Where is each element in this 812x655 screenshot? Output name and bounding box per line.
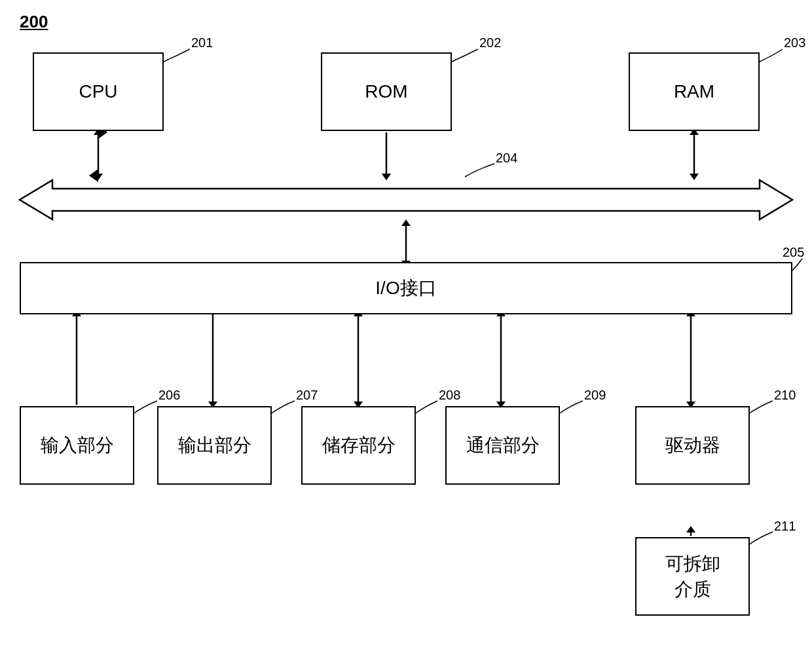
svg-text:208: 208: [439, 388, 460, 402]
svg-text:209: 209: [584, 388, 606, 402]
svg-marker-21: [382, 174, 391, 180]
ram-box: RAM: [629, 52, 760, 131]
driver-box: 驱动器: [635, 406, 750, 485]
output-box: 输出部分: [157, 406, 272, 485]
svg-marker-19: [382, 174, 386, 180]
comm-label: 通信部分: [466, 433, 540, 458]
svg-marker-20: [386, 174, 391, 180]
output-label: 输出部分: [178, 433, 251, 458]
svg-text:205: 205: [783, 245, 804, 259]
svg-text:201: 201: [191, 35, 213, 50]
io-label: I/O接口: [375, 276, 436, 301]
comm-box: 通信部分: [445, 406, 560, 485]
svg-rect-44: [39, 186, 773, 214]
ram-label: RAM: [674, 81, 714, 102]
svg-text:206: 206: [158, 388, 180, 402]
svg-marker-42: [686, 526, 695, 533]
input-label: 输入部分: [41, 433, 114, 458]
svg-text:203: 203: [784, 35, 805, 50]
svg-marker-17: [94, 174, 103, 180]
cpu-box: CPU: [33, 52, 164, 131]
diagram-container: 201 202 203 204 205 206 207 208 209 210 …: [0, 0, 812, 655]
media-label: 可拆卸介质: [665, 551, 720, 602]
svg-text:210: 210: [774, 388, 796, 402]
svg-marker-24: [690, 174, 699, 180]
media-box: 可拆卸介质: [635, 537, 750, 616]
svg-text:207: 207: [296, 388, 318, 402]
rom-box: ROM: [321, 52, 452, 131]
svg-text:204: 204: [496, 151, 517, 165]
svg-text:211: 211: [774, 519, 796, 533]
storage-box: 储存部分: [301, 406, 416, 485]
svg-text:202: 202: [479, 35, 501, 50]
cpu-label: CPU: [79, 81, 117, 102]
diagram-title: 200: [20, 12, 48, 32]
svg-marker-45: [20, 180, 792, 219]
svg-marker-26: [401, 219, 411, 226]
input-box: 输入部分: [20, 406, 134, 485]
rom-label: ROM: [365, 81, 407, 102]
storage-label: 储存部分: [322, 433, 396, 458]
driver-label: 驱动器: [665, 433, 720, 458]
io-box: I/O接口: [20, 262, 792, 314]
